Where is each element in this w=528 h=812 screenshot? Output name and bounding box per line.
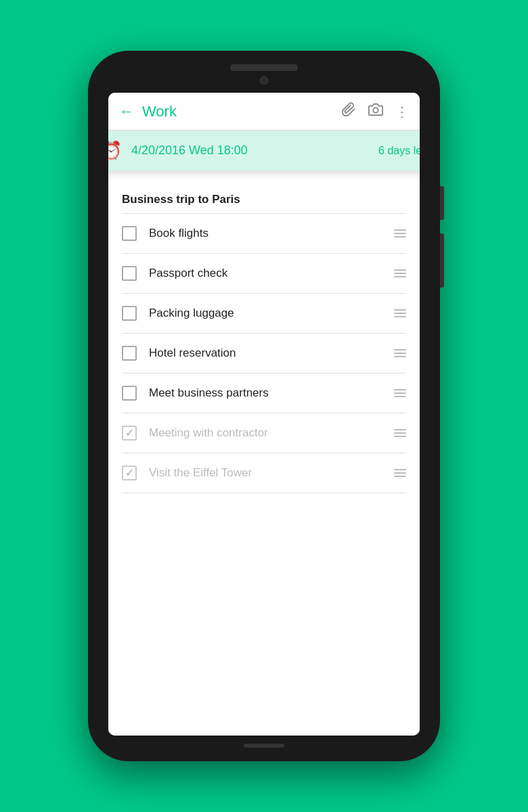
more-options-icon[interactable]: ⋮ <box>395 104 409 120</box>
content-area: Business trip to Paris Book flights Pass… <box>108 131 420 736</box>
task-checkbox-4[interactable] <box>122 346 137 361</box>
phone-speaker <box>230 64 298 71</box>
app-bar-title: Work <box>142 103 341 120</box>
app-bar-actions: ⋮ <box>341 102 409 120</box>
task-label-3: Packing luggage <box>149 307 394 320</box>
task-row-2: Passport check <box>108 254 420 293</box>
task-checkbox-5[interactable] <box>122 386 137 401</box>
app-bar: ← Work ⋮ <box>108 93 420 131</box>
task-label-2: Passport check <box>149 267 394 280</box>
task-item: Meeting with contractor <box>108 413 420 453</box>
phone-side-button <box>440 186 444 220</box>
task-row-3: Packing luggage <box>108 294 420 333</box>
camera-icon[interactable] <box>368 102 383 120</box>
attach-icon[interactable] <box>341 102 356 120</box>
reminder-days-left: 6 days left <box>378 145 420 157</box>
task-row-1: Book flights <box>108 214 420 253</box>
task-item: Hotel reservation <box>108 334 420 374</box>
task-item: Packing luggage <box>108 294 420 334</box>
task-checkbox-2[interactable] <box>122 266 137 281</box>
back-button[interactable]: ← <box>119 103 134 120</box>
drag-handle-5[interactable] <box>394 389 406 397</box>
drag-handle-3[interactable] <box>394 309 406 317</box>
task-checkbox-3[interactable] <box>122 306 137 321</box>
task-item: Book flights <box>108 214 420 254</box>
drag-handle-4[interactable] <box>394 349 406 357</box>
task-label-7: Visit the Eiffel Tower <box>149 466 394 480</box>
task-row-7: Visit the Eiffel Tower <box>108 453 420 493</box>
list-title: Business trip to Paris <box>108 182 420 213</box>
drag-handle-1[interactable] <box>394 229 406 238</box>
task-row-4: Hotel reservation <box>108 334 420 373</box>
reminder-bell-icon: ⏰ <box>108 140 122 161</box>
drag-handle-6[interactable] <box>394 429 406 437</box>
phone-volume-button <box>440 233 444 288</box>
drag-handle-2[interactable] <box>394 269 406 277</box>
task-list: Book flights Passport check Packing lugg… <box>108 214 420 493</box>
reminder-date: 4/20/2016 Wed 18:00 <box>131 143 378 158</box>
task-label-4: Hotel reservation <box>149 346 394 360</box>
task-checkbox-7[interactable] <box>122 466 137 480</box>
task-checkbox-6[interactable] <box>122 426 137 441</box>
phone-camera <box>260 76 268 85</box>
task-checkbox-1[interactable] <box>122 226 137 241</box>
task-item: Visit the Eiffel Tower <box>108 453 420 493</box>
task-label-1: Book flights <box>149 227 394 240</box>
drag-handle-7[interactable] <box>394 469 406 477</box>
task-item: Meet business partners <box>108 374 420 413</box>
phone-screen: ← Work ⋮ ⏰ 4/2 <box>108 93 420 736</box>
svg-point-0 <box>373 108 378 112</box>
task-item: Passport check <box>108 254 420 294</box>
task-label-6: Meeting with contractor <box>149 426 394 440</box>
phone-frame: ← Work ⋮ ⏰ 4/2 <box>88 51 440 761</box>
task-row-6: Meeting with contractor <box>108 413 420 453</box>
divider-7 <box>122 493 406 493</box>
reminder-banner: ⏰ 4/20/2016 Wed 18:00 6 days left <box>108 131 420 171</box>
task-label-5: Meet business partners <box>149 386 394 400</box>
task-row-5: Meet business partners <box>108 374 420 413</box>
phone-home-indicator <box>244 744 284 748</box>
